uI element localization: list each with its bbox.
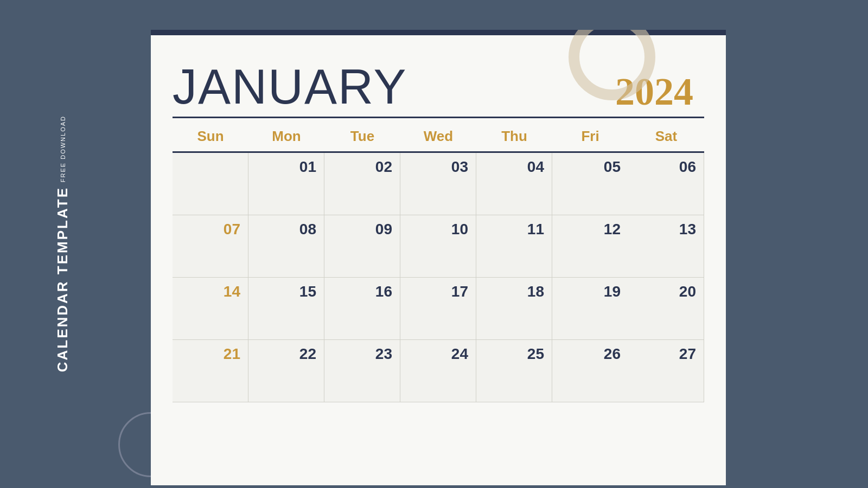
calendar-cell-05: 05: [552, 153, 628, 215]
date-12: 12: [560, 221, 621, 238]
calendar-cell-12: 12: [552, 215, 628, 278]
calendar-cell-25: 25: [476, 340, 552, 402]
sidebar: FREE DOWNLOAD CALENDAR TEMPLATE: [54, 0, 71, 488]
day-header-thu: Thu: [476, 118, 552, 151]
date-25: 25: [484, 345, 544, 363]
day-header-wed: Wed: [400, 118, 476, 151]
calendar-cell-09: 09: [324, 215, 400, 278]
date-02: 02: [332, 158, 392, 176]
sidebar-free-download: FREE DOWNLOAD: [60, 115, 66, 182]
calendar-cell-13: 13: [628, 215, 704, 278]
date-14: 14: [180, 283, 240, 300]
date-06: 06: [636, 158, 696, 176]
date-27: 27: [636, 345, 696, 363]
calendar-cell-08: 08: [248, 215, 324, 278]
calendar-card: JANUARY 2024 Sun Mon Tue Wed Thu Fri Sat…: [151, 30, 726, 485]
calendar-cell-26: 26: [552, 340, 628, 402]
calendar-cell-16: 16: [324, 278, 400, 340]
calendar-cell-19: 19: [552, 278, 628, 340]
date-20: 20: [636, 283, 696, 300]
date-22: 22: [256, 345, 316, 363]
date-09: 09: [332, 221, 392, 238]
calendar-cell-06: 06: [628, 153, 704, 215]
calendar-cell-24: 24: [400, 340, 476, 402]
sidebar-calendar-template: CALENDAR TEMPLATE: [54, 187, 71, 372]
date-05: 05: [560, 158, 621, 176]
date-11: 11: [484, 221, 544, 238]
date-13: 13: [636, 221, 696, 238]
day-header-fri: Fri: [552, 118, 628, 151]
date-04: 04: [484, 158, 544, 176]
calendar-cell-21: 21: [173, 340, 248, 402]
calendar-cell-04: 04: [476, 153, 552, 215]
day-header-sat: Sat: [628, 118, 704, 151]
calendar-cell-11: 11: [476, 215, 552, 278]
date-15: 15: [256, 283, 316, 300]
month-title: JANUARY: [173, 62, 407, 111]
date-17: 17: [408, 283, 468, 300]
date-24: 24: [408, 345, 468, 363]
day-header-sun: Sun: [173, 118, 248, 151]
calendar-cell-20: 20: [628, 278, 704, 340]
date-18: 18: [484, 283, 544, 300]
calendar-cell-14: 14: [173, 278, 248, 340]
calendar-cell-23: 23: [324, 340, 400, 402]
calendar-cell-empty-w1-sun: [173, 153, 248, 215]
calendar-cell-17: 17: [400, 278, 476, 340]
date-26: 26: [560, 345, 621, 363]
calendar-cell-03: 03: [400, 153, 476, 215]
date-19: 19: [560, 283, 621, 300]
calendar-cell-01: 01: [248, 153, 324, 215]
calendar-cell-27: 27: [628, 340, 704, 402]
calendar-grid: Sun Mon Tue Wed Thu Fri Sat 01 02 03 04 …: [173, 118, 704, 402]
date-21: 21: [180, 345, 240, 363]
calendar-cell-07: 07: [173, 215, 248, 278]
date-08: 08: [256, 221, 316, 238]
calendar-cell-22: 22: [248, 340, 324, 402]
calendar-cell-15: 15: [248, 278, 324, 340]
calendar-cell-10: 10: [400, 215, 476, 278]
calendar-cell-18: 18: [476, 278, 552, 340]
date-01: 01: [256, 158, 316, 176]
day-header-tue: Tue: [324, 118, 400, 151]
calendar-cell-02: 02: [324, 153, 400, 215]
date-03: 03: [408, 158, 468, 176]
date-10: 10: [408, 221, 468, 238]
date-23: 23: [332, 345, 392, 363]
day-header-mon: Mon: [248, 118, 324, 151]
date-16: 16: [332, 283, 392, 300]
date-07: 07: [180, 221, 240, 238]
